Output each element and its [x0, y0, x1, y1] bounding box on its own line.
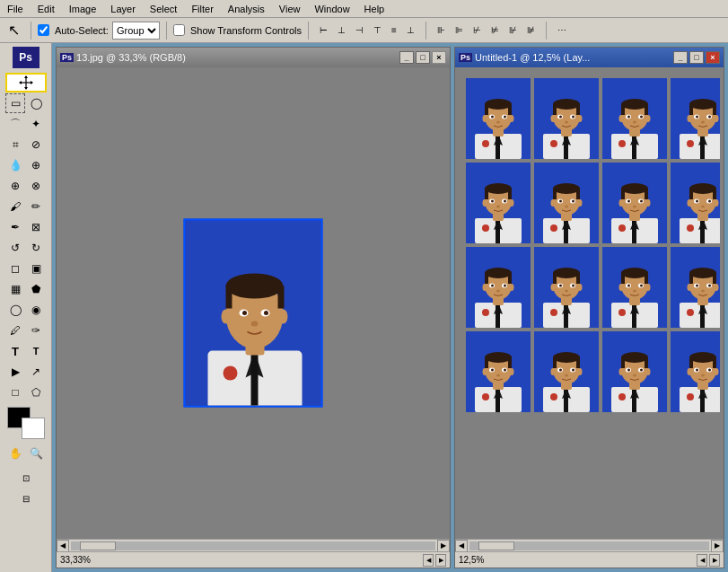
doc2-scroll-left[interactable]: ◀ — [455, 540, 468, 552]
doc1-scroll-right[interactable]: ▶ — [437, 540, 450, 552]
gradient-tool[interactable]: ▦ — [5, 279, 25, 299]
svg-rect-180 — [553, 273, 557, 284]
distribute-top-btn[interactable]: ⊭ — [487, 21, 504, 40]
custom-shape-tool[interactable]: ⬠ — [26, 383, 46, 402]
auto-select-checkbox[interactable] — [38, 24, 49, 36]
menu-edit[interactable]: Edit — [31, 2, 62, 16]
rectangle-tool[interactable]: □ — [5, 383, 25, 402]
doc1-title-bar[interactable]: Ps 13.jpg @ 33,3% (RGB/8) _ □ × — [57, 48, 450, 67]
auto-align-btn[interactable]: ⋯ — [553, 21, 571, 40]
art-history-brush[interactable]: ↻ — [26, 238, 46, 258]
menu-analysis[interactable]: Analysis — [221, 2, 272, 16]
eraser-tool[interactable]: ◻ — [5, 259, 25, 278]
doc1-nav-right[interactable]: ▶ — [435, 554, 446, 567]
align-bottom-btn[interactable]: ⊥ — [402, 21, 419, 40]
align-right-btn[interactable]: ⊣ — [351, 21, 368, 40]
type-tool[interactable]: T — [5, 341, 25, 361]
slice-tool[interactable]: ⊘ — [26, 135, 46, 154]
clone-stamp-tool[interactable]: ✒ — [5, 217, 25, 237]
menu-select[interactable]: Select — [143, 2, 185, 16]
path-selection-tool[interactable]: ▶ — [5, 362, 25, 382]
auto-select-dropdown[interactable]: Group Layer — [112, 22, 160, 40]
menu-image[interactable]: Image — [62, 2, 104, 16]
menu-filter[interactable]: Filter — [184, 2, 220, 16]
healing-brush-tool[interactable]: ⊕ — [5, 176, 25, 196]
doc2-maximize[interactable]: □ — [689, 51, 704, 64]
doc1-close[interactable]: × — [432, 51, 446, 64]
svg-point-153 — [688, 199, 692, 207]
doc2-scroll-thumb[interactable] — [478, 541, 514, 550]
doc1-scroll-track[interactable] — [71, 541, 435, 550]
menu-window[interactable]: Window — [307, 2, 356, 16]
rect-marquee-tool[interactable]: ▭ — [5, 93, 25, 113]
ellipse-marquee-tool[interactable]: ◯ — [26, 93, 46, 113]
distribute-left-btn[interactable]: ⊪ — [433, 21, 450, 40]
align-left-btn[interactable]: ⊢ — [315, 21, 332, 40]
align-center-btn[interactable]: ⊥ — [333, 21, 350, 40]
align-middle-btn[interactable]: ≡ — [387, 21, 401, 40]
magic-wand-tool[interactable]: ✦ — [26, 114, 46, 134]
patch-tool[interactable]: ⊗ — [26, 176, 46, 196]
burn-tool[interactable]: ◉ — [26, 300, 46, 320]
doc2-nav-left[interactable]: ◀ — [697, 554, 707, 567]
background-color[interactable] — [22, 418, 45, 439]
doc2-title-bar[interactable]: Ps Untitled-1 @ 12,5% (Lay... _ □ × — [455, 48, 724, 67]
menu-help[interactable]: Help — [357, 2, 392, 16]
svg-rect-113 — [576, 189, 580, 199]
screen-mode-btn[interactable]: ⊡ — [5, 468, 47, 488]
doc1-scroll-thumb[interactable] — [80, 541, 116, 550]
zoom-tool[interactable]: 🔍 — [26, 444, 46, 463]
dodge-tool[interactable]: ◯ — [5, 300, 25, 320]
svg-rect-214 — [689, 273, 693, 284]
bg-eraser-tool[interactable]: ▣ — [26, 259, 46, 278]
lasso-tool[interactable]: ⌒ — [5, 114, 25, 134]
distribute-middle-btn[interactable]: ⊮ — [504, 21, 522, 40]
doc1-nav-left[interactable]: ◀ — [423, 554, 434, 567]
pattern-stamp-tool[interactable]: ⊠ — [26, 217, 46, 237]
freeform-pen-tool[interactable]: ✑ — [26, 321, 46, 340]
svg-rect-209 — [700, 303, 705, 328]
doc1-scroll-left[interactable]: ◀ — [57, 540, 69, 552]
svg-point-287 — [708, 369, 711, 372]
doc2-nav-right[interactable]: ▶ — [709, 554, 720, 567]
brush-tool[interactable]: 🖌 — [5, 197, 25, 216]
svg-point-77 — [689, 99, 716, 110]
eyedropper-tool[interactable]: 💧 — [5, 155, 25, 175]
color-swatches[interactable] — [5, 407, 47, 439]
doc2-scroll-right[interactable]: ▶ — [711, 540, 724, 552]
doc2-close[interactable]: × — [706, 51, 720, 64]
move-tool[interactable] — [5, 73, 47, 92]
menu-layer[interactable]: Layer — [103, 2, 143, 16]
menu-view[interactable]: View — [272, 2, 308, 16]
svg-point-273 — [646, 368, 651, 375]
menu-file[interactable]: File — [0, 2, 31, 16]
distribute-right-btn[interactable]: ⊬ — [469, 21, 486, 40]
distribute-center-btn[interactable]: ⊫ — [451, 21, 468, 40]
pencil-tool[interactable]: ✏ — [26, 197, 46, 216]
pen-tool[interactable]: 🖊 — [5, 321, 25, 340]
move-tool-btn[interactable]: ↖ — [4, 21, 24, 40]
direct-selection-tool[interactable]: ↗ — [26, 362, 46, 382]
paint-bucket-tool[interactable]: ⬟ — [26, 279, 46, 299]
history-tools-row: ↺ ↻ — [5, 238, 46, 258]
crop-tool[interactable]: ⌗ — [5, 135, 25, 154]
doc2-scrollbar-h[interactable]: ◀ ▶ — [455, 539, 724, 551]
align-top-btn[interactable]: ⊤ — [369, 21, 386, 40]
transform-controls-checkbox[interactable] — [173, 24, 185, 36]
doc1-minimize[interactable]: _ — [399, 51, 414, 64]
distribute-bottom-btn[interactable]: ⊯ — [522, 21, 539, 40]
history-brush-tool[interactable]: ↺ — [5, 238, 25, 258]
doc2-minimize[interactable]: _ — [673, 51, 688, 64]
change-screen-btn[interactable]: ⊟ — [5, 488, 47, 508]
doc2-scroll-track[interactable] — [469, 541, 709, 550]
color-sampler-tool[interactable]: ⊕ — [26, 155, 46, 175]
doc1-scrollbar-h[interactable]: ◀ ▶ — [57, 539, 450, 551]
doc1-maximize[interactable]: □ — [416, 51, 430, 64]
svg-point-60 — [621, 99, 648, 110]
svg-rect-10 — [226, 286, 232, 308]
vertical-type-tool[interactable]: T — [26, 341, 46, 361]
grid-photo-1-1 — [466, 78, 531, 159]
svg-point-187 — [551, 284, 556, 291]
svg-point-210 — [687, 309, 694, 316]
hand-tool[interactable]: ✋ — [5, 444, 25, 463]
